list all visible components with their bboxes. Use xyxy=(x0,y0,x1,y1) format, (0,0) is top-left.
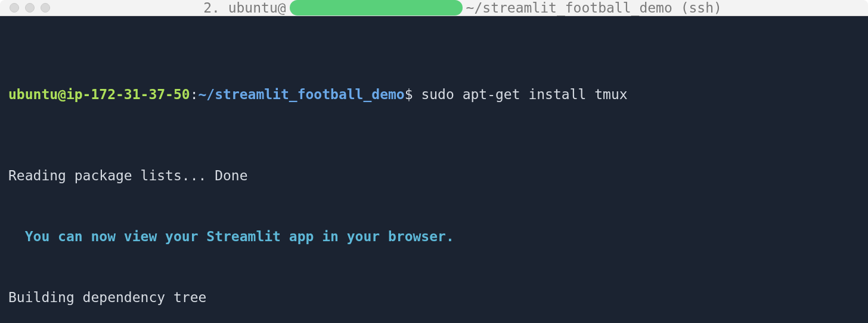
command-text: sudo apt-get install tmux xyxy=(421,87,627,102)
close-icon[interactable] xyxy=(10,3,19,13)
prompt-user-host: ubuntu@ip-172-31-37-50 xyxy=(8,87,190,102)
terminal-viewport[interactable]: ubuntu@ip-172-31-37-50:~/streamlit_footb… xyxy=(0,16,868,323)
terminal-line: Building dependency tree xyxy=(8,287,860,307)
zoom-icon[interactable] xyxy=(41,3,50,13)
window-traffic-lights xyxy=(10,3,50,13)
minimize-icon[interactable] xyxy=(25,3,35,13)
window-title: 2. ubuntu@ ~/streamlit_football_demo (ss… xyxy=(67,0,858,16)
terminal-line: Reading package lists... Done xyxy=(8,165,860,186)
prompt-path: ~/streamlit_football_demo xyxy=(199,87,405,102)
title-prefix: 2. ubuntu@ xyxy=(203,0,286,16)
title-path: ~/streamlit_football_demo (ssh) xyxy=(466,0,722,16)
prompt-colon: : xyxy=(190,87,199,102)
window-titlebar[interactable]: 2. ubuntu@ ~/streamlit_football_demo (ss… xyxy=(0,0,868,16)
terminal-window: 2. ubuntu@ ~/streamlit_football_demo (ss… xyxy=(0,0,868,323)
terminal-line: You can now view your Streamlit app in y… xyxy=(8,226,860,247)
redacted-hostname xyxy=(290,0,463,16)
prompt-dollar: $ xyxy=(405,87,421,102)
terminal-line: ubuntu@ip-172-31-37-50:~/streamlit_footb… xyxy=(8,84,860,104)
